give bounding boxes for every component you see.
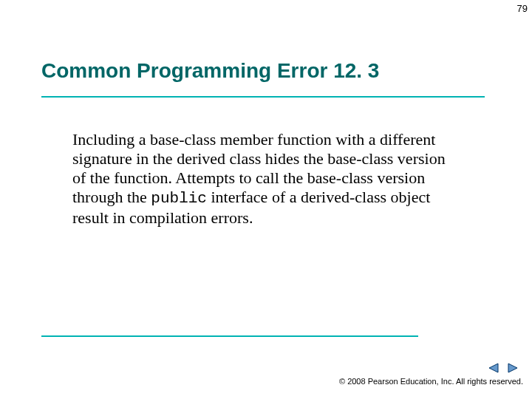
body-paragraph: Including a base-class member function w… — [72, 130, 460, 228]
title-underline — [41, 96, 485, 98]
triangle-right-icon — [507, 363, 519, 373]
slide-nav — [486, 362, 520, 374]
prev-button[interactable] — [486, 362, 501, 374]
bottom-underline — [41, 335, 418, 337]
svg-marker-1 — [508, 364, 517, 372]
copyright-footer: © 2008 Pearson Education, Inc. All right… — [339, 377, 523, 386]
svg-marker-0 — [489, 364, 498, 372]
next-button[interactable] — [505, 362, 520, 374]
page-number: 79 — [517, 3, 528, 14]
triangle-left-icon — [488, 363, 499, 373]
slide: 79 Common Programming Error 12. 3 Includ… — [0, 0, 532, 399]
slide-title: Common Programming Error 12. 3 — [41, 59, 379, 83]
code-keyword: public — [151, 190, 207, 207]
